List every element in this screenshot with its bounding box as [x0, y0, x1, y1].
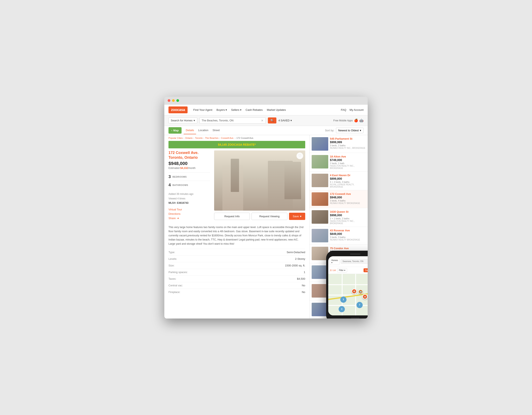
property-links: Virtual Tour Directions Share ➜ — [169, 208, 210, 220]
clear-icon[interactable]: ✕ — [261, 119, 264, 122]
breadcrumb-coxwell[interactable]: Coxwell Ave. — [221, 137, 234, 139]
nav-sellers[interactable]: Sellers ▾ — [229, 107, 243, 112]
close-button[interactable] — [168, 99, 170, 102]
listing-thumbnail — [312, 229, 328, 242]
listing-card[interactable]: 1630 Queen St $998,000 2 + 1 beds, 2 bat… — [310, 208, 368, 227]
phone-home-button[interactable] — [351, 318, 359, 319]
sort-select[interactable]: Newest to Oldest ▾ — [336, 128, 363, 133]
nav-faq[interactable]: FAQ — [341, 108, 346, 112]
search-button[interactable]: 🔍 — [268, 117, 276, 123]
map-button[interactable]: ‹ Map — [169, 127, 181, 134]
map-cluster[interactable]: 7 — [356, 302, 363, 308]
listing-price: $849,000 — [330, 232, 366, 236]
listing-thumbnail — [312, 210, 328, 224]
listing-info: 43 Rosevar Ave $849,000 3 beds, 3 baths … — [328, 229, 366, 242]
search-input[interactable] — [202, 119, 260, 122]
listing-brokerage: RE/MAX REALTY INC., BROKERAGE — [330, 147, 366, 149]
phone-list-button[interactable]: ☰ List — [330, 269, 336, 271]
phone-mockup: Homes ▾ 🔍 ☰ — [326, 251, 368, 319]
detail-row: Levels: 2-Storey — [169, 255, 305, 262]
map-pin-house[interactable]: 🏠 — [362, 294, 368, 299]
detail-row: Taxes: $4,500 — [169, 275, 305, 282]
detail-row: Fireplace: No — [169, 289, 305, 295]
breadcrumb-toronto[interactable]: Toronto — [195, 137, 203, 139]
phone-filter-button[interactable]: Filter ▾ — [337, 268, 347, 273]
minimize-button[interactable] — [172, 99, 175, 102]
nav-find-agent[interactable]: Find Your Agent — [192, 107, 214, 112]
browser-window: zoocasa Find Your Agent Buyers ▾ Sellers… — [164, 97, 368, 319]
listing-card[interactable]: 172 Coxwell Ave $948,000 3 beds, 4 baths… — [310, 190, 368, 208]
breadcrumb-popular-cities[interactable]: Popular Cities — [169, 137, 183, 139]
listing-card[interactable]: 545 Parliament St $999,999 3 beds, 2 bat… — [310, 135, 368, 153]
breadcrumb-sep: › — [183, 137, 184, 139]
virtual-tour-link[interactable]: Virtual Tour — [169, 208, 210, 211]
detail-row: Parking spaces: 1 — [169, 269, 305, 275]
dropdown-icon: ▾ — [344, 269, 345, 271]
listing-info: 1630 Queen St $998,000 2 + 1 beds, 2 bat… — [328, 210, 366, 225]
tab-details[interactable]: Details — [184, 127, 196, 134]
phone-search-input[interactable] — [341, 259, 368, 264]
map-cluster[interactable]: 3 — [340, 297, 346, 303]
nav-cash-rebates[interactable]: Cash Rebates — [244, 107, 264, 112]
listing-beds: 3 beds, 3 baths — [330, 236, 366, 238]
tab-street[interactable]: Street — [210, 127, 222, 134]
tab-location[interactable]: Location — [196, 127, 210, 134]
listing-thumbnail — [312, 137, 328, 151]
browser-titlebar — [164, 97, 368, 104]
listing-card[interactable]: 18 Alton Ave $749,000 2 beds, 1 bath HAZ… — [310, 153, 368, 172]
nav-my-account[interactable]: My Account — [350, 108, 363, 112]
breadcrumb-sep: › — [193, 137, 194, 139]
breadcrumb-sep: › — [219, 137, 220, 139]
list-icon: ☰ — [330, 269, 332, 271]
breadcrumb-ontario[interactable]: Ontario — [185, 137, 192, 139]
chevron-down-icon: ▾ — [291, 119, 292, 122]
breadcrumb-the-beaches[interactable]: The Beaches — [205, 137, 218, 139]
android-icon: 🤖 — [359, 118, 363, 123]
sort-dropdown-icon: ▾ — [360, 129, 361, 132]
listing-beds: 2 + 1 beds, 2 baths — [330, 217, 366, 220]
map-pin-house[interactable]: 🏠 — [352, 289, 357, 294]
property-photo-wrap: ♡ Request Info Request Viewing Save ♥ — [214, 151, 305, 221]
nav-market-updates[interactable]: Market Updates — [265, 107, 288, 112]
request-info-button[interactable]: Request Info — [214, 213, 250, 220]
saved-badge[interactable]: 4 SAVED ▾ — [278, 119, 292, 122]
map-pin-building[interactable]: 🏢 — [358, 290, 363, 294]
logo[interactable]: zoocasa — [169, 106, 188, 113]
listing-price: $749,000 — [330, 158, 366, 162]
directions-link[interactable]: Directions — [169, 212, 210, 215]
listing-thumbnail — [312, 247, 328, 260]
breadcrumb: Popular Cities › Ontario › Toronto › The… — [164, 135, 309, 141]
phone-homes-select[interactable]: Homes ▾ — [330, 258, 340, 265]
search-type-dropdown[interactable]: Search for Homes ▾ — [169, 117, 197, 123]
breadcrumb-sep: › — [235, 137, 236, 139]
property-bedrooms: 3 BEDROOMS — [169, 172, 210, 181]
property-meta: Added 39 minutes ago Viewed 4 times MLS®… — [169, 192, 210, 205]
listing-beds: 2 beds, 1 bath — [330, 162, 366, 165]
listing-thumbnail — [312, 284, 328, 298]
listing-thumbnail — [312, 192, 328, 206]
favorite-button[interactable]: ♡ — [296, 152, 303, 159]
chevron-left-icon: ‹ — [171, 129, 172, 132]
breadcrumb-sep: › — [204, 137, 204, 139]
search-bar: Search for Homes ▾ ✕ 🔍 4 SAVED ▾ Free Mo… — [164, 115, 368, 126]
listing-name: 43 Rosevar Ave — [330, 229, 366, 232]
listing-price: $899,800 — [330, 177, 366, 180]
listing-card[interactable]: 4 East Haven Dr $899,800 4 + 2 beds, 3 b… — [310, 172, 368, 190]
nav-buyers[interactable]: Buyers ▾ — [215, 107, 228, 112]
nav-right: FAQ My Account — [341, 108, 363, 112]
action-buttons: Request Info Request Viewing Save ♥ — [214, 213, 305, 220]
share-link[interactable]: Share ➜ — [169, 217, 210, 220]
phone-map: 🏠 🏠 🏢 3 7 9 3 + − — [328, 274, 368, 315]
map-cluster[interactable]: 3 — [339, 306, 345, 312]
heart-icon: ♥ — [300, 215, 302, 218]
phone-save-search-button[interactable]: Save Search ♥ — [363, 268, 368, 272]
listing-card[interactable]: 43 Rosevar Ave $849,000 3 beds, 3 baths … — [310, 227, 368, 245]
save-button[interactable]: Save ♥ — [289, 213, 305, 220]
listing-brokerage: HAZELTON REALTY INC., BROKERAGE — [330, 220, 366, 225]
listing-name: 545 Parliament St — [330, 137, 366, 140]
listing-brokerage: HAZELTON REALTY INC., BROKERAGE — [330, 165, 366, 169]
left-panel: Popular Cities › Ontario › Toronto › The… — [164, 135, 310, 319]
maximize-button[interactable] — [176, 99, 179, 102]
rebate-banner: $4,145 ZOOCASA REBATE* — [169, 141, 305, 148]
request-viewing-button[interactable]: Request Viewing — [251, 213, 287, 220]
